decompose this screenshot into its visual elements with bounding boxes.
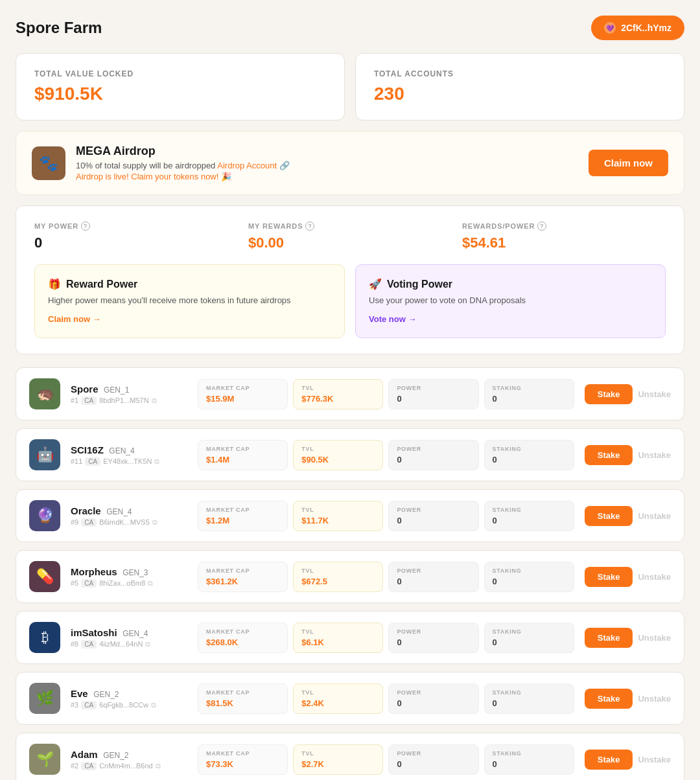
list-item: 🔮 Oracle GEN_4 #9 CA B6imdK...MVS5 ⧉ MAR…	[16, 489, 684, 542]
rewards-per-power-stat: REWARDS/POWER ? $54.61	[462, 222, 666, 251]
item-avatar-2: 🔮	[29, 500, 60, 531]
market-cap-stat-4: MARKET CAP $268.0K	[198, 623, 288, 653]
copy-icon-1[interactable]: ⧉	[154, 457, 159, 466]
item-identity-4: imSatoshi GEN_4 #8 CA 4iizMd...64nN ⧉	[71, 627, 187, 648]
copy-icon-3[interactable]: ⧉	[148, 579, 153, 588]
market-cap-stat-5: MARKET CAP $81.5K	[198, 683, 288, 714]
power-cards: 🎁 Reward Power Higher power means you'll…	[34, 264, 666, 338]
page-container: Spore Farm 💜 2CfK..hYmz TOTAL VALUE LOCK…	[16, 16, 684, 780]
wallet-icon: 💜	[604, 22, 616, 34]
airdrop-avatar: 🐾	[32, 146, 65, 180]
tvl-stat-1: TVL $90.5K	[293, 440, 383, 470]
voting-power-card: 🚀 Voting Power Use your power to vote on…	[355, 264, 666, 338]
unstake-button-6[interactable]: Unstake	[638, 755, 671, 764]
accounts-card: TOTAL ACCOUNTS 230	[355, 53, 684, 120]
voting-power-icon: 🚀	[369, 278, 382, 290]
list-item: 🌱 Adam GEN_2 #2 CA CnMm4m...B6nd ⧉ MARKE…	[16, 733, 684, 780]
my-power-value: 0	[34, 235, 238, 251]
list-item: 🦔 Spore GEN_1 #1 CA 8bdhP1...M57N ⧉ MARK…	[16, 367, 684, 420]
copy-icon-6[interactable]: ⧉	[156, 762, 161, 770]
item-meta-2: #9 CA B6imdK...MVS5 ⧉	[71, 518, 187, 527]
item-actions-1: Stake Unstake	[585, 445, 671, 465]
item-name-4: imSatoshi GEN_4	[71, 627, 187, 639]
market-cap-stat-3: MARKET CAP $361.2K	[198, 562, 288, 592]
item-name-1: SCI16Z GEN_4	[71, 444, 187, 456]
item-stats-2: MARKET CAP $1.2M TVL $11.7K POWER 0 STAK…	[198, 501, 574, 531]
staking-stat-2: STAKING 0	[484, 501, 574, 531]
unstake-button-5[interactable]: Unstake	[638, 694, 671, 704]
airdrop-content: MEGA Airdrop 10% of total supply will be…	[76, 144, 578, 181]
my-power-stat: MY POWER ? 0	[34, 222, 238, 251]
airdrop-account-link[interactable]: Airdrop Account 🔗	[217, 161, 289, 170]
accounts-label: TOTAL ACCOUNTS	[374, 69, 666, 78]
item-stats-5: MARKET CAP $81.5K TVL $2.4K POWER 0 STAK…	[198, 683, 574, 714]
copy-icon-4[interactable]: ⧉	[145, 640, 150, 648]
stake-button-4[interactable]: Stake	[585, 628, 633, 648]
item-avatar-3: 💊	[29, 561, 60, 592]
unstake-button-2[interactable]: Unstake	[638, 511, 671, 521]
airdrop-live-text: Airdrop is live! Claim your tokens now! …	[76, 172, 578, 181]
item-meta-1: #11 CA EY48xk...TK5N ⧉	[71, 457, 187, 466]
reward-power-title: 🎁 Reward Power	[48, 278, 331, 290]
item-avatar-1: 🤖	[29, 439, 60, 470]
item-actions-3: Stake Unstake	[585, 567, 671, 587]
copy-icon-2[interactable]: ⧉	[152, 518, 158, 527]
rewards-per-power-value: $54.61	[462, 235, 666, 251]
reward-power-link[interactable]: Claim now →	[48, 314, 101, 324]
my-rewards-help-icon[interactable]: ?	[305, 222, 314, 231]
item-actions-0: Stake Unstake	[585, 384, 671, 404]
tvl-value: $910.5K	[34, 84, 326, 104]
item-name-3: Morpheus GEN_3	[71, 566, 187, 578]
my-power-label: MY POWER ?	[34, 222, 238, 231]
staking-stat-0: STAKING 0	[484, 379, 574, 409]
item-identity-0: Spore GEN_1 #1 CA 8bdhP1...M57N ⧉	[71, 384, 187, 405]
item-name-0: Spore GEN_1	[71, 384, 187, 395]
airdrop-title: MEGA Airdrop	[76, 144, 578, 158]
item-identity-6: Adam GEN_2 #2 CA CnMm4m...B6nd ⧉	[71, 749, 187, 770]
tvl-stat-4: TVL $6.1K	[293, 623, 383, 653]
item-meta-0: #1 CA 8bdhP1...M57N ⧉	[71, 396, 187, 405]
power-stat-3: POWER 0	[388, 562, 478, 592]
stake-button-0[interactable]: Stake	[585, 384, 633, 404]
list-item: 🌿 Eve GEN_2 #3 CA 6qFgkb...8CCw ⧉ MARKET…	[16, 672, 684, 725]
market-cap-stat-1: MARKET CAP $1.4M	[198, 440, 288, 470]
rewards-per-power-help-icon[interactable]: ?	[537, 222, 546, 231]
reward-power-icon: 🎁	[48, 278, 61, 290]
unstake-button-1[interactable]: Unstake	[638, 450, 671, 460]
list-item: 🤖 SCI16Z GEN_4 #11 CA EY48xk...TK5N ⧉ MA…	[16, 428, 684, 481]
tvl-stat-3: TVL $672.5	[293, 562, 383, 592]
item-stats-0: MARKET CAP $15.9M TVL $776.3K POWER 0 ST…	[198, 379, 574, 409]
tvl-label: TOTAL VALUE LOCKED	[34, 69, 326, 78]
my-rewards-label: MY REWARDS ?	[248, 222, 452, 231]
item-avatar-5: 🌿	[29, 683, 60, 714]
item-actions-4: Stake Unstake	[585, 628, 671, 648]
voting-power-link[interactable]: Vote now →	[369, 314, 416, 324]
rewards-per-power-label: REWARDS/POWER ?	[462, 222, 666, 231]
tvl-stat-0: TVL $776.3K	[293, 379, 383, 409]
item-stats-4: MARKET CAP $268.0K TVL $6.1K POWER 0 STA…	[198, 623, 574, 653]
item-stats-1: MARKET CAP $1.4M TVL $90.5K POWER 0 STAK…	[198, 440, 574, 470]
stake-button-3[interactable]: Stake	[585, 567, 633, 587]
item-name-6: Adam GEN_2	[71, 749, 187, 761]
my-power-help-icon[interactable]: ?	[81, 222, 90, 231]
reward-power-card: 🎁 Reward Power Higher power means you'll…	[34, 264, 345, 338]
unstake-button-4[interactable]: Unstake	[638, 633, 671, 643]
unstake-button-3[interactable]: Unstake	[638, 572, 671, 582]
copy-icon-0[interactable]: ⧉	[152, 396, 157, 405]
item-identity-5: Eve GEN_2 #3 CA 6qFgkb...8CCw ⧉	[71, 688, 187, 709]
item-meta-3: #5 CA 8hiZax...oBm8 ⧉	[71, 579, 187, 588]
stake-button-6[interactable]: Stake	[585, 750, 633, 770]
my-rewards-value: $0.00	[248, 235, 452, 251]
copy-icon-5[interactable]: ⧉	[151, 701, 156, 709]
claim-now-button[interactable]: Claim now	[589, 150, 668, 176]
unstake-button-0[interactable]: Unstake	[638, 389, 671, 399]
market-cap-stat-6: MARKET CAP $73.3K	[198, 744, 288, 775]
power-stat-6: POWER 0	[388, 744, 478, 775]
wallet-button[interactable]: 💜 2CfK..hYmz	[591, 16, 684, 40]
item-actions-5: Stake Unstake	[585, 689, 671, 709]
stake-button-2[interactable]: Stake	[585, 506, 633, 526]
accounts-value: 230	[374, 84, 666, 104]
staking-stat-4: STAKING 0	[484, 623, 574, 653]
stake-button-1[interactable]: Stake	[585, 445, 633, 465]
stake-button-5[interactable]: Stake	[585, 689, 633, 709]
